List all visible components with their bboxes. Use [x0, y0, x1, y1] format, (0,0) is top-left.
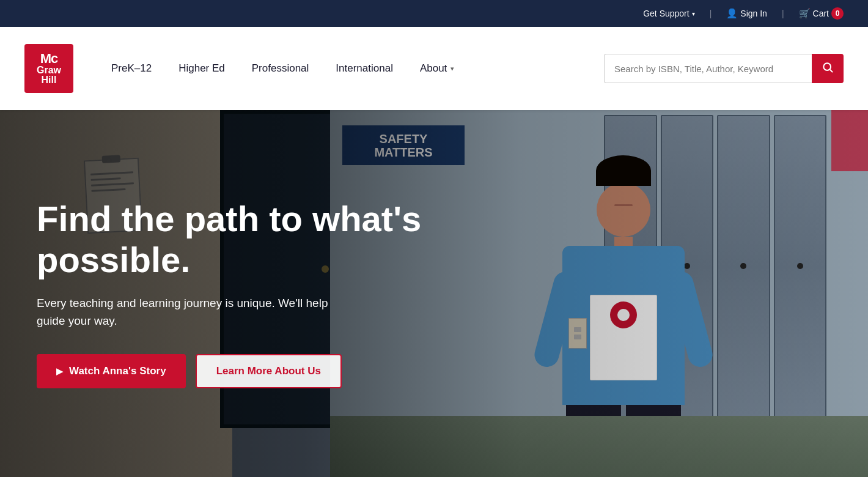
top-bar: Get Support ▾ | 👤 Sign In | 🛒 Cart 0 [0, 0, 868, 27]
logo-mc: Mc [40, 52, 58, 65]
cart-count-badge: 0 [831, 7, 844, 20]
watch-video-button[interactable]: ▶ Watch Anna's Story [37, 354, 186, 388]
learn-more-button[interactable]: Learn More About Us [196, 354, 342, 388]
get-support-link[interactable]: Get Support ▾ [643, 9, 695, 18]
person-icon: 👤 [726, 8, 738, 19]
hero-subtitle: Every teaching and learning journey is u… [37, 295, 355, 330]
search-button[interactable] [812, 54, 844, 83]
search-wrap [604, 54, 844, 83]
cart-label: Cart [813, 9, 829, 18]
search-icon [822, 61, 834, 76]
hero-title: Find the path to what's possible. [37, 199, 465, 280]
nav-about[interactable]: About ▾ [406, 27, 468, 110]
nav-links: PreK–12 Higher Ed Professional Internati… [98, 27, 604, 110]
logo-hill: Hill [42, 75, 57, 85]
main-nav: Mc Graw Hill PreK–12 Higher Ed Professio… [0, 27, 868, 110]
get-support-label: Get Support [643, 9, 690, 18]
nav-prek12[interactable]: PreK–12 [98, 27, 165, 110]
divider-2: | [782, 9, 784, 18]
watch-video-label: Watch Anna's Story [69, 365, 166, 377]
logo[interactable]: Mc Graw Hill [24, 44, 73, 93]
svg-line-1 [830, 69, 833, 72]
cart-link[interactable]: 🛒 Cart 0 [799, 7, 844, 20]
logo-box: Mc Graw Hill [24, 44, 73, 93]
sign-in-label: Sign In [740, 9, 767, 18]
cart-icon: 🛒 [799, 8, 811, 19]
learn-more-label: Learn More About Us [216, 365, 321, 377]
hero-content: Find the path to what's possible. Every … [37, 110, 465, 477]
hero-buttons: ▶ Watch Anna's Story Learn More About Us [37, 354, 465, 388]
about-chevron-icon: ▾ [451, 65, 454, 73]
nav-professional[interactable]: Professional [238, 27, 323, 110]
logo-graw: Graw [37, 65, 61, 75]
nav-international[interactable]: International [322, 27, 406, 110]
search-input[interactable] [604, 54, 812, 83]
get-support-chevron-icon: ▾ [692, 10, 695, 17]
divider-1: | [710, 9, 712, 18]
sign-in-link[interactable]: 👤 Sign In [726, 8, 767, 19]
nav-higher-ed[interactable]: Higher Ed [165, 27, 238, 110]
hero-section: SAFETY MATTERS [0, 110, 868, 477]
play-icon: ▶ [56, 366, 63, 376]
